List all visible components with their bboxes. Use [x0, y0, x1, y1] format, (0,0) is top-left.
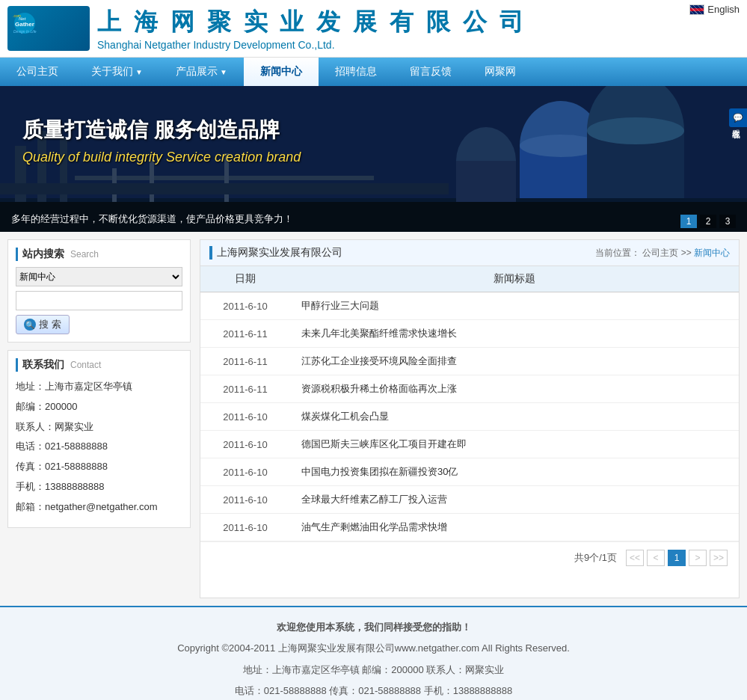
news-date: 2011-6-10 — [200, 458, 290, 486]
table-row: 2011-6-10 德国巴斯夫三峡库区化工项目开建在即 — [200, 431, 739, 458]
page-current-btn[interactable]: 1 — [668, 550, 686, 566]
news-title[interactable]: 江苏化工企业接受环境风险全面排查 — [290, 348, 739, 375]
footer-line3: 地址：上海市嘉定区华亭镇 邮编：200000 联系人：网聚实业 — [7, 661, 740, 678]
search-input[interactable] — [16, 291, 182, 310]
news-date: 2011-6-10 — [200, 292, 290, 320]
breadcrumb-separator: >> — [681, 248, 694, 258]
breadcrumb-prefix: 当前位置： — [595, 248, 640, 258]
company-name-en: Shanghai Netgather Industry Development … — [97, 39, 526, 51]
page-first-btn[interactable]: << — [626, 550, 644, 566]
news-title[interactable]: 德国巴斯夫三峡库区化工项目开建在即 — [290, 431, 739, 458]
nav-products[interactable]: 产品展示 ▼ — [159, 58, 244, 86]
online-service-button[interactable]: 💬 在线客服 — [729, 108, 747, 127]
header-accent-bar — [209, 246, 212, 260]
contact-mobile: 手机：13888888888 — [16, 479, 182, 495]
banner-text-en: Quality of build integrity Service creat… — [22, 150, 301, 165]
banner-dot-2[interactable]: 2 — [700, 215, 716, 228]
svg-text:Gather: Gather — [15, 21, 34, 28]
col-title: 新闻标题 — [290, 266, 739, 292]
news-title[interactable]: 甲醇行业三大问题 — [290, 292, 739, 320]
sidebar: 站内搜索 Search 新闻中心 🔍 搜 索 联系我们 Contact 地址：上… — [7, 239, 191, 598]
news-title[interactable]: 资源税积极升稀土价格面临再次上涨 — [290, 375, 739, 403]
banner-text-zh: 质量打造诚信 服务创造品牌 — [22, 116, 280, 144]
news-title[interactable]: 未来几年北美聚酯纤维需求快速增长 — [290, 320, 739, 348]
logo-image: Net Gather Design In Life .com — [7, 6, 90, 51]
search-section-title: 站内搜索 Search — [16, 248, 182, 261]
footer-line4: 电话：021-58888888 传真：021-58888888 手机：13888… — [7, 682, 740, 699]
nav-wangju[interactable]: 网聚网 — [468, 58, 532, 86]
content-header: 上海网聚实业发展有限公司 当前位置： 公司主页 >> 新闻中心 — [200, 240, 739, 266]
news-date: 2011-6-11 — [200, 320, 290, 348]
sidebar-contact-box: 联系我们 Contact 地址：上海市嘉定区华亭镇 邮编：200000 联系人：… — [7, 350, 191, 528]
contact-email: 邮箱：netgather@netgather.com — [16, 500, 182, 515]
search-title-zh: 站内搜索 — [22, 248, 64, 261]
svg-text:.com: .com — [13, 13, 21, 18]
content-title: 上海网聚实业发展有限公司 — [217, 246, 342, 260]
sidebar-search-box: 站内搜索 Search 新闻中心 🔍 搜 索 — [7, 239, 191, 343]
contact-fax: 传真：021-58888888 — [16, 459, 182, 475]
table-row: 2011-6-10 油气生产剩燃油田化学品需求快增 — [200, 514, 739, 541]
table-row: 2011-6-11 未来几年北美聚酯纤维需求快速增长 — [200, 320, 739, 348]
nav-about-arrow: ▼ — [135, 68, 143, 76]
page-prev-btn[interactable]: < — [647, 550, 665, 566]
page-info: 共9个/1页 — [574, 551, 617, 565]
nav-home[interactable]: 公司主页 — [0, 58, 75, 86]
banner-dot-1[interactable]: 1 — [680, 215, 697, 228]
table-header-row: 日期 新闻标题 — [200, 266, 739, 292]
news-table: 日期 新闻标题 2011-6-10 甲醇行业三大问题 2011-6-11 未来几… — [200, 266, 739, 541]
header: Net Gather Design In Life .com 上 海 网 聚 实… — [0, 0, 747, 58]
main-area: 站内搜索 Search 新闻中心 🔍 搜 索 联系我们 Contact 地址：上… — [0, 232, 747, 606]
news-date: 2011-6-10 — [200, 431, 290, 458]
search-title-en: Search — [70, 249, 99, 260]
news-date: 2011-6-11 — [200, 348, 290, 375]
news-date: 2011-6-10 — [200, 486, 290, 514]
news-title[interactable]: 油气生产剩燃油田化学品需求快增 — [290, 514, 739, 541]
news-title[interactable]: 煤炭煤化工机会凸显 — [290, 403, 739, 431]
lang-switch[interactable]: English — [689, 4, 740, 15]
banner: 质量打造诚信 服务创造品牌 Quality of build integrity… — [0, 86, 747, 232]
contact-title-en: Contact — [70, 360, 101, 370]
search-btn-label: 搜 索 — [39, 318, 61, 331]
banner-bottom-text: 多年的经营过程中，不断优化货源渠道，使产品价格更具竞争力！ — [11, 212, 293, 226]
news-title[interactable]: 中国电力投资集团拟在新疆投资30亿 — [290, 458, 739, 486]
news-date: 2011-6-10 — [200, 403, 290, 431]
navigation: 公司主页 关于我们 ▼ 产品展示 ▼ 新闻中心 招聘信息 留言反馈 网聚网 — [0, 58, 747, 86]
table-row: 2011-6-10 中国电力投资集团拟在新疆投资30亿 — [200, 458, 739, 486]
search-category-select[interactable]: 新闻中心 — [16, 267, 182, 286]
breadcrumb-current: 新闻中心 — [694, 248, 730, 258]
logo-area: Net Gather Design In Life .com 上 海 网 聚 实… — [7, 6, 526, 51]
contact-phone: 电话：021-58888888 — [16, 439, 182, 455]
lang-label: English — [707, 4, 740, 15]
table-row: 2011-6-11 资源税积极升稀土价格面临再次上涨 — [200, 375, 739, 403]
page-next-btn[interactable]: > — [689, 550, 707, 566]
page-last-btn[interactable]: >> — [710, 550, 728, 566]
contact-zip: 邮编：200000 — [16, 399, 182, 415]
nav-jobs[interactable]: 招聘信息 — [319, 58, 393, 86]
table-row: 2011-6-10 煤炭煤化工机会凸显 — [200, 403, 739, 431]
pagination: 共9个/1页 << < 1 > >> — [200, 541, 739, 574]
svg-text:Design In Life: Design In Life — [13, 29, 37, 34]
search-icon: 🔍 — [24, 319, 36, 331]
flag-icon — [689, 4, 704, 15]
contact-title-zh: 联系我们 — [22, 358, 64, 372]
contact-person: 联系人：网聚实业 — [16, 420, 182, 435]
table-row: 2011-6-11 江苏化工企业接受环境风险全面排查 — [200, 348, 739, 375]
content-area: 上海网聚实业发展有限公司 当前位置： 公司主页 >> 新闻中心 日期 新闻标题 … — [200, 239, 740, 598]
nav-feedback[interactable]: 留言反馈 — [393, 58, 468, 86]
nav-news[interactable]: 新闻中心 — [244, 58, 319, 86]
search-button[interactable]: 🔍 搜 索 — [16, 315, 70, 334]
company-info: 上 海 网 聚 实 业 发 展 有 限 公 司 Shanghai Netgath… — [97, 6, 526, 51]
banner-dots: 1 2 3 — [680, 215, 736, 228]
banner-dot-3[interactable]: 3 — [719, 215, 736, 228]
breadcrumb-home[interactable]: 公司主页 — [642, 248, 678, 258]
table-row: 2011-6-10 甲醇行业三大问题 — [200, 292, 739, 320]
footer: 欢迎您使用本系统，我们同样接受您的指助！ Copyright ©2004-201… — [0, 606, 747, 700]
col-date: 日期 — [200, 266, 290, 292]
table-row: 2011-6-10 全球最大纤维素乙醇工厂投入运营 — [200, 486, 739, 514]
company-name-zh: 上 海 网 聚 实 业 发 展 有 限 公 司 — [97, 6, 526, 39]
content-header-left: 上海网聚实业发展有限公司 — [209, 246, 342, 260]
breadcrumb: 当前位置： 公司主页 >> 新闻中心 — [595, 247, 730, 260]
news-date: 2011-6-10 — [200, 514, 290, 541]
news-title[interactable]: 全球最大纤维素乙醇工厂投入运营 — [290, 486, 739, 514]
nav-about[interactable]: 关于我们 ▼ — [75, 58, 159, 86]
